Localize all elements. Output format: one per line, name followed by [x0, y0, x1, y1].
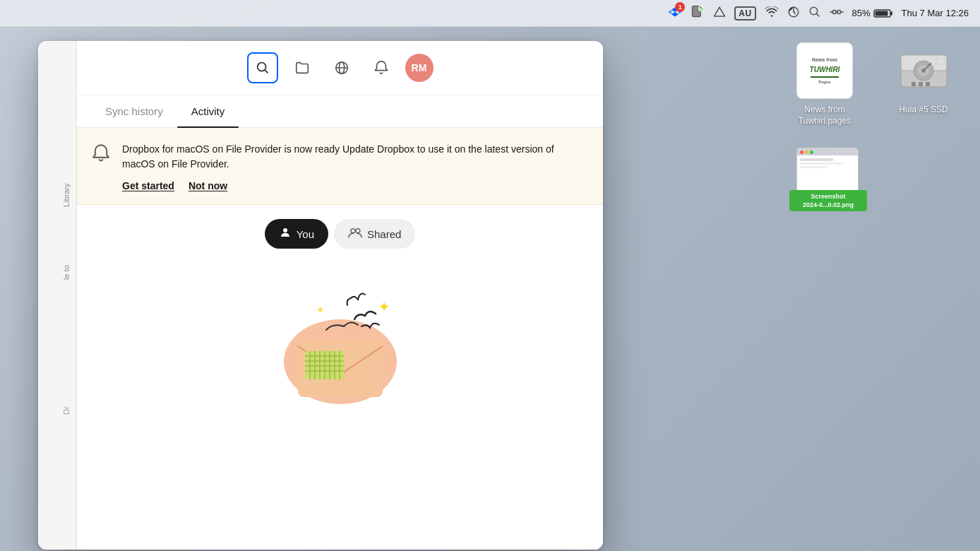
svg-rect-11	[890, 11, 892, 15]
battery-percentage: 85%	[852, 8, 871, 18]
main-content: RM Sync history Activity Dropbox for mac…	[77, 41, 603, 550]
you-icon	[279, 226, 292, 242]
filter-bar: You Shared	[77, 205, 603, 256]
dropbox-tray-icon[interactable]: 1	[668, 5, 682, 22]
desktop-icon-pages[interactable]: News from TUWHIRI Pages News fromTuwhiri…	[796, 42, 853, 126]
tray-icons: 1 AU	[668, 5, 969, 22]
illustration-area	[77, 256, 603, 425]
filter-you-button[interactable]: You	[265, 219, 328, 249]
notification-message: Dropbox for macOS on File Provider is no…	[122, 142, 589, 172]
autoupdate-icon[interactable]	[713, 6, 726, 21]
desktop-icon-row-bottom: Screenshot2024-0...0.02.png	[796, 148, 860, 211]
svg-point-17	[283, 228, 287, 232]
notification-content: Dropbox for macOS on File Provider is no…	[122, 142, 589, 191]
sidebar-dr: Dr	[44, 400, 71, 421]
not-now-button[interactable]: Not now	[189, 180, 227, 191]
filter-shared-button[interactable]: Shared	[334, 219, 415, 249]
globe-toolbar-button[interactable]	[326, 52, 357, 83]
filter-shared-label: Shared	[367, 228, 401, 240]
wifi-icon[interactable]	[765, 6, 779, 20]
hdd-label: Huia #5 SSD	[899, 105, 948, 116]
bell-toolbar-button[interactable]	[366, 52, 397, 83]
tab-sync-history[interactable]: Sync history	[91, 95, 177, 127]
pages-icon: News from TUWHIRI Pages	[796, 42, 853, 99]
desktop-icon-row-top: News from TUWHIRI Pages News fromTuwhiri…	[796, 42, 952, 126]
timemachine-icon[interactable]	[787, 6, 800, 21]
toolbar: RM	[77, 41, 603, 95]
battery-indicator: 85%	[852, 8, 893, 18]
screenshot-thumbnail: Screenshot2024-0...0.02.png	[796, 148, 860, 211]
desktop-icon-hdd[interactable]: Huia #5 SSD	[895, 42, 952, 116]
svg-point-19	[356, 229, 360, 233]
svg-rect-42	[926, 82, 930, 86]
svg-rect-41	[919, 82, 923, 86]
get-started-button[interactable]: Get started	[122, 180, 174, 191]
pages-icon-label: News fromTuwhiri.pages	[799, 105, 851, 126]
spotlight-icon[interactable]	[808, 6, 821, 21]
tabs: Sync history Activity	[77, 95, 603, 128]
sidebar-le-to: le to	[44, 259, 71, 287]
sidebar-library: Library	[44, 174, 71, 216]
notification-bell-icon	[91, 143, 111, 167]
notchmeister-icon[interactable]	[691, 5, 705, 22]
svg-rect-40	[912, 82, 916, 86]
search-toolbar-button[interactable]	[247, 52, 278, 83]
menubar: 1 AU	[0, 0, 980, 27]
desktop-icon-screenshot[interactable]: Screenshot2024-0...0.02.png	[796, 148, 860, 211]
hdd-icon	[895, 42, 952, 99]
menubar-clock: Thu 7 Mar 12:26	[902, 8, 969, 18]
svg-point-18	[351, 229, 355, 233]
dropbox-panel: Library le to Dr	[38, 41, 603, 550]
notification-banner: Dropbox for macOS on File Provider is no…	[77, 128, 603, 205]
shared-icon	[348, 226, 362, 242]
sidebar: Library le to Dr	[38, 41, 77, 550]
notification-actions: Get started Not now	[122, 180, 589, 191]
activity-illustration	[241, 270, 439, 411]
user-avatar[interactable]: RM	[405, 54, 434, 82]
filter-you-label: You	[297, 228, 314, 240]
svg-rect-12	[875, 11, 888, 16]
tab-activity[interactable]: Activity	[177, 95, 239, 127]
control-center-icon[interactable]	[830, 6, 844, 20]
svg-rect-43	[936, 59, 945, 64]
screenshot-badge: Screenshot2024-0...0.02.png	[789, 190, 867, 211]
files-toolbar-button[interactable]	[287, 52, 318, 83]
desktop-icons: News from TUWHIRI Pages News fromTuwhiri…	[796, 42, 952, 211]
au-badge[interactable]: AU	[734, 6, 755, 20]
